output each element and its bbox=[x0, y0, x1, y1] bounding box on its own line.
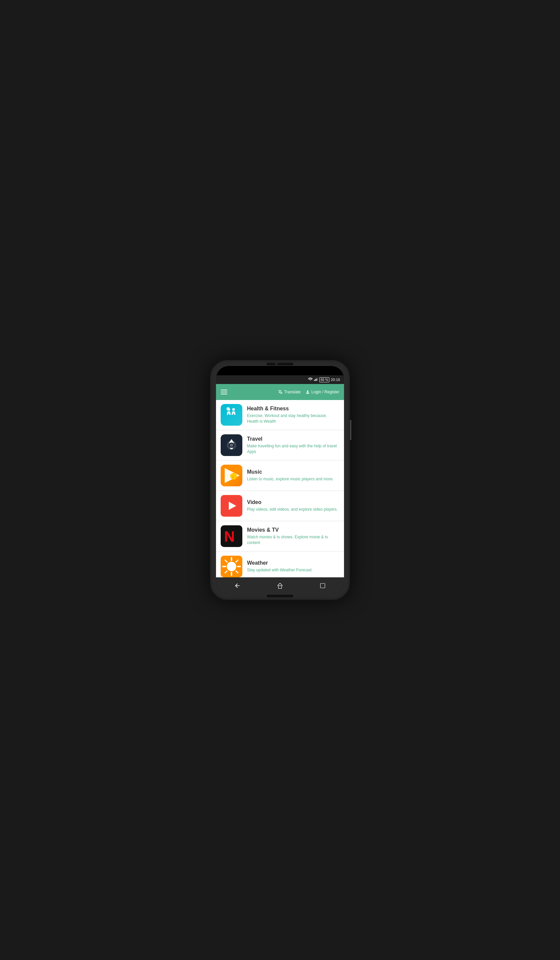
translate-button[interactable]: Translate bbox=[278, 390, 301, 394]
hamburger-menu-button[interactable] bbox=[221, 390, 227, 394]
home-icon bbox=[277, 582, 283, 589]
movies-desc: Watch movies & tv shows. Explore movie &… bbox=[247, 534, 339, 546]
person-icon bbox=[306, 390, 310, 394]
music-text: Music Listen to music, explore music pla… bbox=[247, 469, 339, 482]
list-item[interactable]: ு Heal bbox=[216, 400, 344, 430]
video-title: Video bbox=[247, 499, 339, 505]
list-item[interactable]: Weather Stay updated with Weather Foreca… bbox=[216, 552, 344, 578]
hamburger-line bbox=[221, 394, 227, 394]
status-time: 20:16 bbox=[331, 378, 340, 382]
movies-text: Movies & TV Watch movies & tv shows. Exp… bbox=[247, 527, 339, 546]
svg-line-29 bbox=[225, 571, 227, 573]
music-desc: Listen to music, explore music players a… bbox=[247, 476, 339, 482]
svg-point-21 bbox=[227, 562, 236, 571]
translate-icon bbox=[278, 390, 283, 394]
travel-desc: Make travelling fun and easy with the he… bbox=[247, 443, 339, 455]
phone-device: 66 % 20:16 Translate bbox=[210, 360, 350, 600]
list-item[interactable]: Travel Make travelling fun and easy with… bbox=[216, 430, 344, 460]
video-text: Video Play videos, edit videos, and expl… bbox=[247, 499, 339, 512]
back-button[interactable] bbox=[231, 579, 244, 592]
wifi-icon bbox=[308, 378, 313, 382]
svg-point-6 bbox=[227, 408, 230, 411]
health-fitness-text: Health & Fitness Exercise, Workout and s… bbox=[247, 406, 339, 424]
login-label: Login / Register bbox=[311, 390, 339, 394]
svg-line-27 bbox=[236, 571, 238, 573]
list-item[interactable]: ♪ Music Listen to music, explore music p… bbox=[216, 461, 344, 490]
music-icon: ♪ bbox=[221, 465, 242, 486]
svg-rect-31 bbox=[320, 583, 325, 588]
navigation-bar bbox=[216, 578, 344, 594]
health-fitness-icon: ு bbox=[221, 404, 242, 426]
svg-point-7 bbox=[232, 408, 235, 411]
weather-desc: Stay updated with Weather Forecast bbox=[247, 567, 339, 573]
recent-apps-button[interactable] bbox=[316, 579, 329, 592]
video-icon bbox=[221, 495, 242, 517]
health-fitness-desc: Exercise, Workout and stay healthy becau… bbox=[247, 413, 339, 424]
weather-text: Weather Stay updated with Weather Foreca… bbox=[247, 560, 339, 573]
movies-icon: N bbox=[221, 525, 242, 547]
login-button[interactable]: Login / Register bbox=[306, 390, 339, 394]
travel-title: Travel bbox=[247, 436, 339, 442]
speaker-top bbox=[267, 363, 293, 365]
toolbar: Translate Login / Register bbox=[216, 384, 344, 400]
svg-rect-3 bbox=[317, 378, 318, 381]
svg-line-28 bbox=[236, 560, 238, 562]
svg-rect-1 bbox=[315, 379, 316, 381]
camera bbox=[275, 362, 278, 366]
svg-rect-0 bbox=[314, 380, 315, 381]
hamburger-line bbox=[221, 390, 227, 390]
svg-rect-2 bbox=[316, 379, 317, 381]
list-item[interactable]: N Movies & TV Watch movies & tv shows. E… bbox=[216, 521, 344, 551]
app-screen: 66 % 20:16 Translate bbox=[216, 375, 344, 594]
svg-point-13 bbox=[230, 443, 233, 446]
signal-icon bbox=[314, 378, 318, 382]
video-desc: Play videos, edit videos, and explore vi… bbox=[247, 507, 339, 512]
svg-text:♪: ♪ bbox=[232, 474, 234, 479]
hamburger-line bbox=[221, 392, 227, 392]
travel-text: Travel Make travelling fun and easy with… bbox=[247, 436, 339, 455]
health-fitness-title: Health & Fitness bbox=[247, 406, 339, 412]
volume-button bbox=[350, 420, 351, 440]
category-list: ு Heal bbox=[216, 400, 344, 578]
list-item[interactable]: Video Play videos, edit videos, and expl… bbox=[216, 491, 344, 521]
svg-rect-30 bbox=[278, 586, 282, 588]
battery-icon: 66 % bbox=[319, 377, 330, 382]
weather-title: Weather bbox=[247, 560, 339, 566]
back-arrow-icon bbox=[234, 582, 241, 589]
music-title: Music bbox=[247, 469, 339, 475]
home-button[interactable] bbox=[274, 579, 286, 592]
weather-icon-bg bbox=[221, 556, 242, 578]
status-bar: 66 % 20:16 bbox=[216, 375, 344, 384]
toolbar-actions: Translate Login / Register bbox=[278, 390, 339, 394]
svg-line-26 bbox=[225, 560, 227, 562]
status-icons: 66 % 20:16 bbox=[308, 377, 340, 382]
translate-label: Translate bbox=[284, 390, 301, 394]
movies-title: Movies & TV bbox=[247, 527, 339, 533]
phone-screen: 66 % 20:16 Translate bbox=[216, 366, 344, 594]
travel-icon bbox=[221, 434, 242, 456]
svg-text:N: N bbox=[224, 528, 235, 545]
speaker-bottom bbox=[267, 595, 293, 597]
recent-apps-icon bbox=[320, 583, 326, 589]
